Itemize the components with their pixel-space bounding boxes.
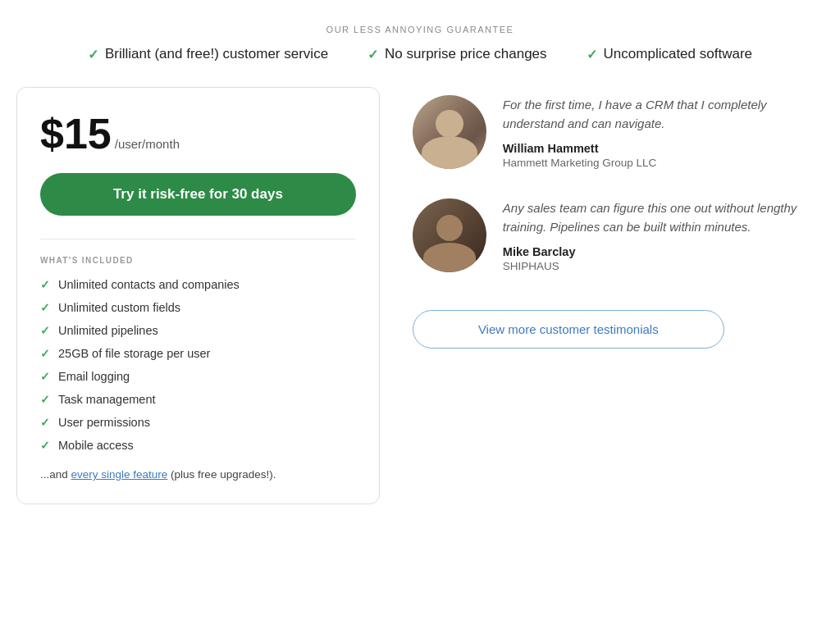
check-icon-price: ✓ xyxy=(368,47,378,62)
testimonial-william: For the first time, I have a CRM that I … xyxy=(413,95,824,169)
testimonial-name-william: William Hammett xyxy=(503,142,824,155)
pricing-divider xyxy=(40,239,356,239)
feature-item-1: ✓ Unlimited contacts and companies xyxy=(40,278,356,291)
feature-text-8: Mobile access xyxy=(58,439,134,452)
price-row: $15 /user/month xyxy=(40,112,356,155)
whats-included-label: WHAT'S INCLUDED xyxy=(40,256,356,265)
feature-text-7: User permissions xyxy=(58,416,150,429)
pricing-card: $15 /user/month Try it risk-free for 30 … xyxy=(16,87,380,504)
testimonial-quote-william: For the first time, I have a CRM that I … xyxy=(503,95,824,134)
feature-item-6: ✓ Task management xyxy=(40,393,356,406)
feature-text-1: Unlimited contacts and companies xyxy=(58,278,240,291)
testimonial-mike: Any sales team can figure this one out w… xyxy=(413,198,824,272)
feature-item-2: ✓ Unlimited custom fields xyxy=(40,301,356,314)
avatar-mike xyxy=(413,198,486,272)
testimonial-company-william: Hammett Marketing Group LLC xyxy=(503,157,824,169)
feature-check-4: ✓ xyxy=(40,347,50,360)
testimonials-section: For the first time, I have a CRM that I … xyxy=(413,87,824,349)
guarantee-text-service: Brilliant (and free!) customer service xyxy=(105,46,328,62)
feature-item-5: ✓ Email logging xyxy=(40,370,356,383)
guarantee-item-price: ✓ No surprise price changes xyxy=(368,46,546,62)
feature-check-2: ✓ xyxy=(40,301,50,314)
testimonial-body-mike: Any sales team can figure this one out w… xyxy=(503,198,824,272)
feature-text-5: Email logging xyxy=(58,370,130,383)
feature-text-3: Unlimited pipelines xyxy=(58,324,158,337)
view-more-testimonials-button[interactable]: View more customer testimonials xyxy=(413,310,724,349)
testimonial-name-mike: Mike Barclay xyxy=(503,245,824,258)
footnote-prefix: ...and xyxy=(40,468,71,481)
guarantee-item-service: ✓ Brilliant (and free!) customer service xyxy=(88,46,328,62)
feature-check-6: ✓ xyxy=(40,393,50,406)
footnote-suffix: (plus free upgrades!). xyxy=(167,468,276,481)
feature-item-7: ✓ User permissions xyxy=(40,416,356,429)
testimonial-quote-mike: Any sales team can figure this one out w… xyxy=(503,198,824,237)
testimonial-body-william: For the first time, I have a CRM that I … xyxy=(503,95,824,169)
check-icon-service: ✓ xyxy=(88,47,98,62)
feature-text-6: Task management xyxy=(58,393,155,406)
price-amount: $15 xyxy=(40,112,112,155)
feature-check-7: ✓ xyxy=(40,416,50,429)
page-wrapper: OUR LESS ANNOYING GUARANTEE ✓ Brilliant … xyxy=(0,0,840,537)
features-list: ✓ Unlimited contacts and companies ✓ Unl… xyxy=(40,278,356,452)
footnote: ...and every single feature (plus free u… xyxy=(40,468,356,481)
testimonial-company-mike: SHIPHAUS xyxy=(503,260,824,272)
cta-button[interactable]: Try it risk-free for 30 days xyxy=(40,173,356,216)
feature-text-2: Unlimited custom fields xyxy=(58,301,180,314)
feature-check-5: ✓ xyxy=(40,370,50,383)
guarantee-label: OUR LESS ANNOYING GUARANTEE xyxy=(16,25,824,34)
feature-check-1: ✓ xyxy=(40,278,50,291)
guarantee-section: OUR LESS ANNOYING GUARANTEE ✓ Brilliant … xyxy=(16,25,824,62)
guarantee-text-price: No surprise price changes xyxy=(385,46,546,62)
feature-check-3: ✓ xyxy=(40,324,50,337)
guarantee-text-software: Uncomplicated software xyxy=(604,46,752,62)
price-unit: /user/month xyxy=(115,137,180,151)
guarantee-items: ✓ Brilliant (and free!) customer service… xyxy=(16,46,824,62)
feature-check-8: ✓ xyxy=(40,439,50,452)
feature-item-3: ✓ Unlimited pipelines xyxy=(40,324,356,337)
every-feature-link[interactable]: every single feature xyxy=(71,468,168,481)
check-icon-software: ✓ xyxy=(587,47,597,62)
avatar-william xyxy=(413,95,486,169)
feature-item-8: ✓ Mobile access xyxy=(40,439,356,452)
guarantee-item-software: ✓ Uncomplicated software xyxy=(587,46,752,62)
feature-item-4: ✓ 25GB of file storage per user xyxy=(40,347,356,360)
feature-text-4: 25GB of file storage per user xyxy=(58,347,210,360)
main-content: $15 /user/month Try it risk-free for 30 … xyxy=(16,87,824,504)
